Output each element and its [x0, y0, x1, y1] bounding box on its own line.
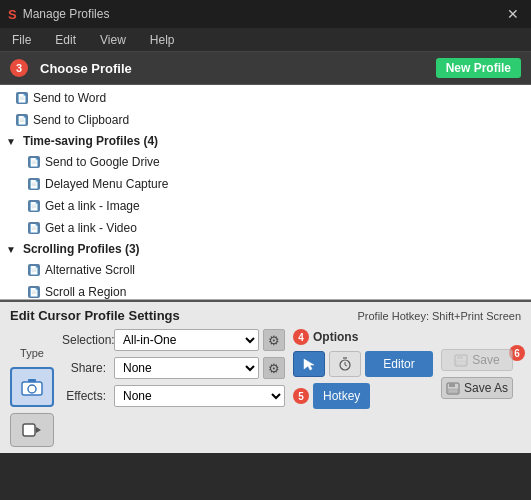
- selection-row: Selection: All-in-One ⚙: [62, 329, 285, 351]
- app-icon: S: [8, 7, 17, 22]
- selection-label: Selection:: [62, 333, 110, 347]
- svg-rect-3: [23, 424, 35, 436]
- list-item[interactable]: 📄 Scroll a Region: [0, 281, 531, 300]
- list-item[interactable]: 📄 Send to Google Drive: [0, 151, 531, 173]
- svg-rect-14: [449, 383, 455, 387]
- svg-rect-15: [448, 389, 458, 393]
- profile-group-timesaving[interactable]: ▼ Time-saving Profiles (4): [0, 131, 531, 151]
- choose-profile-header: 3 Choose Profile New Profile: [0, 52, 531, 85]
- collapse-arrow: ▼: [6, 244, 16, 255]
- camera-icon: [21, 378, 43, 396]
- editor-button[interactable]: Editor: [365, 351, 433, 377]
- svg-rect-2: [28, 379, 36, 382]
- profile-type-icon: 📄: [28, 264, 40, 276]
- options-column: 4 Options Editor: [293, 329, 433, 447]
- selection-gear-button[interactable]: ⚙: [263, 329, 285, 351]
- menu-edit[interactable]: Edit: [49, 31, 82, 49]
- svg-rect-11: [457, 355, 463, 359]
- profile-type-icon: 📄: [28, 156, 40, 168]
- cursor-icon: [302, 357, 316, 371]
- profile-type-icon: 📄: [16, 114, 28, 126]
- svg-marker-4: [36, 427, 41, 433]
- effects-row: Effects: None: [62, 385, 285, 407]
- options-buttons-row: Editor: [293, 351, 433, 377]
- menu-view[interactable]: View: [94, 31, 132, 49]
- edit-body: Type Selection: All-in-One: [10, 329, 521, 447]
- list-item[interactable]: 📄 Get a link - Video: [0, 217, 531, 239]
- share-select[interactable]: None: [114, 357, 259, 379]
- badge-5: 5: [293, 388, 309, 404]
- hotkey-button[interactable]: Hotkey: [313, 383, 370, 409]
- edit-title: Edit Cursor Profile Settings: [10, 308, 180, 323]
- share-row: Share: None ⚙: [62, 357, 285, 379]
- edit-section: Edit Cursor Profile Settings Profile Hot…: [0, 300, 531, 453]
- options-label: Options: [313, 330, 358, 344]
- save-as-button[interactable]: Save As: [441, 377, 513, 399]
- profile-list-inner: 📄 Send to Word 📄 Send to Clipboard ▼ Tim…: [0, 85, 531, 300]
- profile-type-icon: 📄: [28, 200, 40, 212]
- profile-hotkey-text: Profile Hotkey: Shift+Print Screen: [357, 310, 521, 322]
- list-item[interactable]: 📄 Alternative Scroll: [0, 259, 531, 281]
- window-title: Manage Profiles: [23, 7, 110, 21]
- type-video-button[interactable]: [10, 413, 54, 447]
- profile-list: 📄 Send to Word 📄 Send to Clipboard ▼ Tim…: [0, 85, 531, 300]
- profile-type-icon: 📄: [28, 286, 40, 298]
- save-button[interactable]: Save: [441, 349, 513, 371]
- profile-group-scrolling[interactable]: ▼ Scrolling Profiles (3): [0, 239, 531, 259]
- options-header: 4 Options: [293, 329, 433, 345]
- menu-bar: File Edit View Help: [0, 28, 531, 52]
- clock-icon: [338, 357, 352, 371]
- save-button-wrap: 6 Save: [441, 349, 521, 371]
- choose-profile-title: Choose Profile: [40, 61, 132, 76]
- type-label: Type: [20, 347, 44, 359]
- collapse-arrow: ▼: [6, 136, 16, 147]
- share-label: Share:: [62, 361, 110, 375]
- video-icon: [22, 423, 42, 437]
- svg-line-8: [345, 365, 347, 366]
- badge-4: 4: [293, 329, 309, 345]
- menu-help[interactable]: Help: [144, 31, 181, 49]
- svg-marker-5: [304, 359, 314, 370]
- list-item[interactable]: 📄 Get a link - Image: [0, 195, 531, 217]
- type-column: Type: [10, 329, 54, 447]
- save-icon: [454, 354, 468, 367]
- new-profile-button[interactable]: New Profile: [436, 58, 521, 78]
- timer-option-button[interactable]: [329, 351, 361, 377]
- share-gear-button[interactable]: ⚙: [263, 357, 285, 379]
- list-item[interactable]: 📄 Delayed Menu Capture: [0, 173, 531, 195]
- list-item[interactable]: 📄 Send to Clipboard: [0, 109, 531, 131]
- effects-select[interactable]: None: [114, 385, 285, 407]
- profile-type-icon: 📄: [28, 222, 40, 234]
- selection-select[interactable]: All-in-One: [114, 329, 259, 351]
- effects-label: Effects:: [62, 389, 110, 403]
- cursor-option-button[interactable]: [293, 351, 325, 377]
- fields-column: Selection: All-in-One ⚙ Share: None ⚙ Ef…: [62, 329, 285, 447]
- svg-rect-12: [456, 361, 466, 365]
- menu-file[interactable]: File: [6, 31, 37, 49]
- list-item[interactable]: 📄 Send to Word: [0, 87, 531, 109]
- hotkey-row: 5 Hotkey: [293, 383, 433, 409]
- badge-3: 3: [10, 59, 28, 77]
- save-as-icon: [446, 382, 460, 395]
- save-column: 6 Save Save As: [441, 329, 521, 447]
- type-camera-button[interactable]: [10, 367, 54, 407]
- close-button[interactable]: ✕: [503, 4, 523, 24]
- edit-header: Edit Cursor Profile Settings Profile Hot…: [10, 308, 521, 323]
- profile-type-icon: 📄: [16, 92, 28, 104]
- title-bar: S Manage Profiles ✕: [0, 0, 531, 28]
- profile-type-icon: 📄: [28, 178, 40, 190]
- title-bar-left: S Manage Profiles: [8, 7, 109, 22]
